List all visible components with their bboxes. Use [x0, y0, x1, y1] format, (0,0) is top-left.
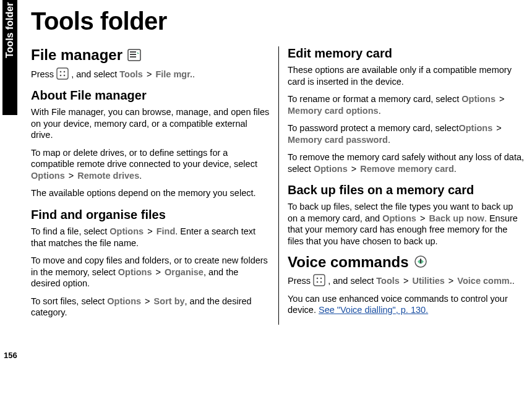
file-manager-heading: File manager — [31, 46, 270, 64]
page-number: 156 — [4, 351, 17, 360]
voice-commands-heading-text: Voice commands — [288, 254, 409, 271]
menu-path-memory-card-options: Memory card options — [288, 106, 379, 116]
separator-icon: > — [146, 226, 153, 236]
separator-icon: > — [402, 276, 410, 286]
menu-path-remote-drives: Remote drives — [77, 171, 139, 181]
menu-path-find: Find — [157, 226, 176, 236]
svg-point-15 — [320, 281, 322, 283]
voice-p1: Press , and select Tools > Utilities > V… — [288, 274, 525, 287]
edit-memory-heading: Edit memory card — [288, 46, 525, 61]
svg-rect-11 — [314, 275, 325, 286]
menu-path-options: Options — [118, 267, 152, 277]
svg-point-8 — [64, 74, 66, 76]
side-tab: Tools folder — [2, 0, 17, 115]
file-manager-heading-text: File manager — [31, 46, 122, 64]
menu-path-options: Options — [109, 226, 144, 236]
text: Press — [31, 69, 56, 79]
backup-p1: To back up files, select the file types … — [288, 201, 525, 247]
menu-key-icon — [56, 67, 69, 80]
menu-path-options: Options — [458, 123, 492, 133]
page: Tools folder 156 Tools folder File manag… — [0, 0, 532, 402]
fm-press-line: Press , and select Tools > File mgr.. — [31, 67, 270, 80]
menu-key-icon — [313, 274, 325, 286]
text: . — [192, 69, 195, 79]
text: Press — [288, 276, 313, 286]
right-column: Edit memory card These options are avail… — [279, 46, 527, 325]
edit-p3: To password protect a memory card, selec… — [288, 122, 525, 145]
find-p1: To find a file, select Options > Find. E… — [31, 226, 270, 249]
menu-path-options: Options — [382, 213, 416, 223]
text: To map or delete drives, or to define se… — [31, 148, 257, 169]
file-manager-icon — [127, 48, 141, 62]
menu-path-options: Options — [461, 94, 496, 104]
text: . — [454, 164, 457, 174]
svg-rect-1 — [130, 51, 136, 53]
svg-point-14 — [317, 281, 319, 283]
menu-path-remove-memory-card: Remove memory card — [360, 164, 454, 174]
find-heading: Find and organise files — [31, 208, 270, 222]
separator-icon: > — [447, 276, 455, 286]
menu-path-tools: Tools — [376, 276, 400, 286]
menu-path-utilities: Utilities — [412, 276, 444, 286]
text: . — [512, 276, 515, 286]
separator-icon: > — [419, 213, 426, 223]
menu-path-voice-comm: Voice comm. — [457, 276, 512, 286]
menu-path-tools: Tools — [119, 69, 143, 79]
backup-heading: Back up files on a memory card — [288, 183, 525, 197]
svg-point-6 — [64, 71, 66, 72]
text: To rename or format a memory card, selec… — [288, 94, 461, 104]
menu-path-sort-by: Sort by — [154, 296, 185, 306]
left-column: File manager Press — [31, 46, 279, 325]
separator-icon: > — [155, 267, 162, 277]
edit-p2: To rename or format a memory card, selec… — [288, 93, 525, 116]
menu-path-filemgr: File mgr. — [155, 69, 192, 79]
text: , and select — [328, 276, 376, 286]
svg-rect-4 — [57, 68, 68, 79]
voice-commands-icon — [414, 255, 427, 268]
edit-p1: These options are available only if a co… — [288, 64, 525, 87]
text: . — [139, 171, 142, 181]
svg-rect-10 — [420, 259, 421, 263]
edit-p4: To remove the memory card safely without… — [288, 152, 525, 174]
menu-path-organise: Organise — [165, 267, 204, 277]
svg-rect-3 — [130, 56, 136, 58]
text: . — [388, 135, 390, 145]
content-area: Tools folder File manager — [31, 7, 527, 402]
text: To password protect a memory card, selec… — [288, 123, 458, 133]
find-p3: To sort files, select Options > Sort by,… — [31, 296, 270, 319]
separator-icon: > — [350, 164, 358, 174]
svg-point-7 — [60, 74, 62, 76]
find-p2: To move and copy files and folders, or t… — [31, 255, 270, 289]
svg-point-13 — [320, 278, 322, 280]
about-fm-p2: To map or delete drives, or to define se… — [31, 147, 270, 182]
voice-p2: You can use enhanced voice commands to c… — [288, 293, 525, 316]
menu-path-back-up-now: Back up now — [429, 213, 484, 223]
separator-icon: > — [145, 69, 153, 79]
columns: File manager Press — [31, 46, 527, 325]
svg-point-12 — [317, 278, 319, 280]
separator-icon: > — [495, 123, 502, 133]
menu-path-memory-card-password: Memory card password — [288, 135, 388, 145]
voice-commands-heading: Voice commands — [288, 254, 525, 271]
menu-path-options: Options — [314, 164, 348, 174]
text: , and select — [71, 69, 119, 79]
svg-rect-2 — [130, 54, 136, 55]
text: To find a file, select — [31, 226, 109, 236]
voice-dialling-link[interactable]: See "Voice dialling", p. 130. — [319, 305, 428, 315]
about-fm-p3: The available options depend on the memo… — [31, 187, 270, 199]
about-fm-p1: With File manager, you can browse, manag… — [31, 106, 270, 141]
separator-icon: > — [498, 94, 505, 104]
menu-path-options: Options — [107, 296, 141, 306]
menu-path-options: Options — [31, 171, 65, 181]
text: . — [379, 106, 381, 116]
svg-point-5 — [60, 71, 62, 72]
text: To sort files, select — [31, 296, 107, 306]
separator-icon: > — [67, 171, 75, 181]
about-fm-heading: About File manager — [31, 88, 270, 103]
page-title: Tools folder — [31, 7, 527, 35]
separator-icon: > — [144, 296, 151, 306]
